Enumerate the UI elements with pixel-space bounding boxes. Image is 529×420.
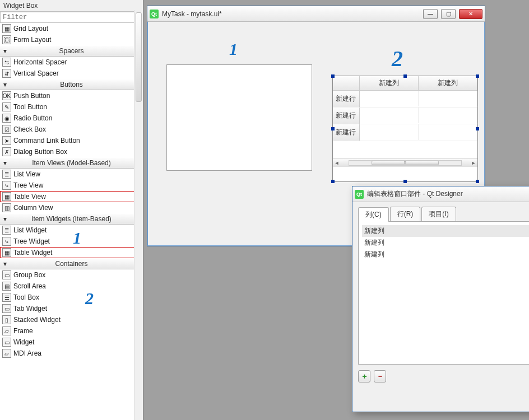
widget-item[interactable]: ≣List View [0,169,143,180]
widget-item[interactable]: ⤷Tree View [0,180,143,191]
table-column-header[interactable]: 新建列 [360,76,419,91]
annotation-2-canvas: 2 [392,45,403,72]
category-itemviews[interactable]: Item Views (Model-Based)▾ [0,157,143,169]
scrollbar-track[interactable]: ≡ [349,160,462,166]
form-title: MyTask - mytask.ui* [162,10,420,18]
widget-item[interactable]: ▦Grid Layout [0,23,143,34]
remove-button[interactable]: － [374,370,386,382]
widget-icon: ⇋ [2,58,11,67]
widget-item[interactable]: ▭Widget [0,337,143,348]
annotation-1-canvas: 1 [229,40,238,59]
dialog-title: 编辑表格窗口部件 - Qt Designer [367,189,529,199]
scroll-left-icon[interactable]: ◄ [333,160,341,166]
widget-item[interactable]: ▱MDI Area [0,348,143,359]
widget-label: Grid Layout [13,25,48,32]
widget-item[interactable]: ⇵Vertical Spacer [0,68,143,79]
table-cell[interactable] [360,91,419,106]
table-row-header[interactable]: 新建行 [333,108,360,124]
chevron-down-icon: ▾ [3,81,7,88]
widget-icon: OK [2,91,11,100]
widget-filter-input[interactable] [0,12,143,23]
widget-box-panel: Widget Box ▦Grid Layout⿴Form LayoutSpace… [0,0,143,420]
chevron-down-icon: ▾ [3,215,7,223]
table-cell[interactable] [419,108,477,123]
list-item[interactable]: 新建列 [362,249,529,260]
add-button[interactable]: ＋ [358,370,370,382]
widget-icon: ▦ [2,24,11,33]
widget-item[interactable]: ≣List Widget [0,225,143,236]
widget-item[interactable]: ▥Column View [0,202,143,213]
widget-icon: ✗ [2,147,11,156]
widget-icon: ≣ [2,170,11,179]
widget-icon: ▭ [2,338,11,347]
widget-item[interactable]: ☰Tool Box [0,292,143,303]
widget-box-scrollbar[interactable] [134,10,143,420]
table-view-widget[interactable] [166,64,312,171]
category-spacers[interactable]: Spacers▾ [0,45,143,57]
widget-item[interactable]: ☑Check Box [0,124,143,135]
widget-label: Horizontal Spacer [13,58,67,66]
table-cell[interactable] [419,91,477,106]
widget-item[interactable]: ▤Scroll Area [0,281,143,292]
table-widget[interactable]: 新建列新建列新建行新建行新建行◄≡► [332,76,478,182]
minimize-button[interactable]: — [423,9,438,19]
widget-item[interactable]: ⿴Form Layout [0,34,143,45]
widget-label: List Widget [13,226,47,234]
table-cell[interactable] [360,124,419,140]
widget-item[interactable]: ✎Tool Button [0,101,143,113]
widget-item[interactable]: ▭Tab Widget [0,303,143,314]
close-button[interactable]: ✕ [459,9,482,19]
widget-item[interactable]: ▦Table View [0,191,143,202]
table-cell[interactable] [419,124,477,140]
widget-label: Table Widget [13,249,52,256]
widget-icon: ➤ [2,136,11,145]
widget-item[interactable]: ⤷Tree Widget [0,236,143,247]
tab-columns[interactable]: 列(C) [358,207,389,222]
table-column-header[interactable]: 新建列 [419,76,477,91]
widget-label: Tree View [13,181,43,189]
widget-list[interactable]: ▦Grid Layout⿴Form LayoutSpacers▾⇋Horizon… [0,23,143,420]
widget-label: Form Layout [13,36,51,44]
category-itemwidgets[interactable]: Item Widgets (Item-Based)▾ [0,213,143,225]
tab-rows[interactable]: 行(R) [390,207,421,221]
maximize-button[interactable]: ▢ [441,9,456,19]
widget-label: Command Link Button [13,137,80,144]
widget-item[interactable]: ✗Dialog Button Box [0,146,143,157]
widget-icon: ☰ [2,293,11,302]
table-cell[interactable] [360,108,419,123]
widget-icon: ✎ [2,102,11,111]
widget-label: Push Button [13,92,50,100]
widget-icon: ▤ [2,282,11,291]
widget-box-title: Widget Box [0,0,143,12]
dialog-titlebar[interactable]: Qt 编辑表格窗口部件 - Qt Designer ✕ [352,186,529,202]
widget-label: Vertical Spacer [13,69,59,77]
scrollbar-thumb[interactable]: ≡ [372,161,439,165]
widget-label: Tree Widget [13,237,50,245]
category-buttons[interactable]: Buttons▾ [0,79,143,90]
widget-item[interactable]: OKPush Button [0,90,143,101]
qt-logo-icon: Qt [355,190,364,199]
design-canvas: Qt MyTask - mytask.ui* — ▢ ✕ 新建列新建列新建行新建… [143,0,529,420]
widget-label: Table View [13,193,46,200]
form-titlebar[interactable]: Qt MyTask - mytask.ui* — ▢ ✕ [147,6,485,22]
widget-item[interactable]: ▦Table Widget [0,247,143,258]
widget-item[interactable]: ▱Frame [0,325,143,337]
list-item[interactable]: 新建列 [362,237,529,249]
widget-item[interactable]: ⇋Horizontal Spacer [0,57,143,68]
widget-item[interactable]: ▭Group Box [0,269,143,281]
tab-items[interactable]: 项目(I) [421,207,456,221]
column-list[interactable]: 新建列新建列新建列 [358,221,529,365]
edit-table-dialog: Qt 编辑表格窗口部件 - Qt Designer ✕ 列(C) 行(R) 项目… [352,186,529,412]
table-row-header[interactable]: 新建行 [333,124,360,141]
widget-item[interactable]: ▯Stacked Widget [0,314,143,325]
widget-icon: ◉ [2,114,11,123]
table-row-header[interactable]: 新建行 [333,91,360,107]
widget-icon: ▱ [2,326,11,335]
category-containers[interactable]: Containers▾ [0,258,143,269]
widget-item[interactable]: ➤Command Link Button [0,135,143,146]
list-item[interactable]: 新建列 [362,225,529,237]
chevron-down-icon: ▾ [3,47,7,55]
scroll-right-icon[interactable]: ► [470,160,477,166]
widget-label: List View [13,170,40,178]
widget-item[interactable]: ◉Radio Button [0,113,143,124]
